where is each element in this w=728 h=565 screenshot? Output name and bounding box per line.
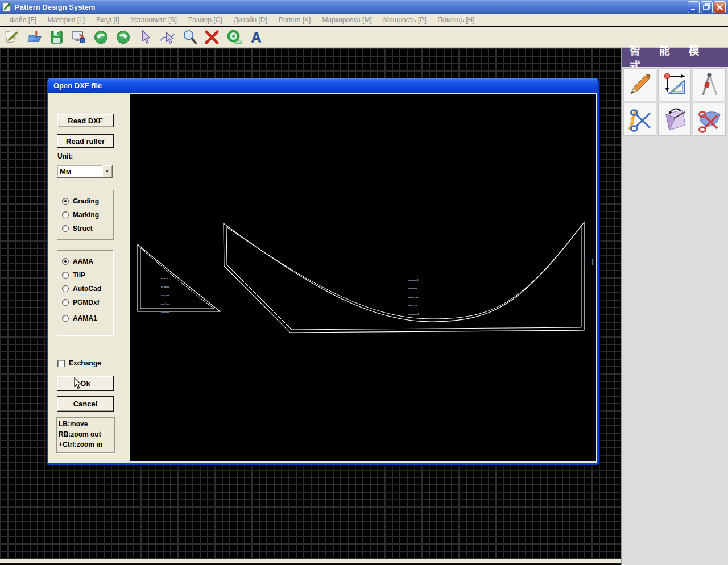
undo-icon[interactable]	[92, 28, 110, 46]
menu-pattern[interactable]: Pattern [K]	[274, 15, 316, 25]
open-file-icon[interactable]	[26, 28, 43, 46]
text-icon[interactable]: A	[247, 28, 265, 46]
status-bar	[0, 559, 621, 564]
radio-autocad[interactable]: AutoCad	[62, 285, 101, 293]
unit-combobox[interactable]: Мм ▼	[57, 165, 113, 178]
radio-button	[62, 258, 69, 265]
mouse-cursor-icon	[74, 377, 82, 390]
smart-mode-header: 智 能 模 式	[622, 48, 728, 67]
ok-button[interactable]: Ok	[57, 376, 114, 391]
chevron-down-icon: ▼	[105, 169, 110, 174]
select-icon[interactable]	[136, 28, 154, 46]
read-dxf-button[interactable]: Read DXF	[57, 114, 114, 127]
exchange-checkbox-row[interactable]: Exchange	[57, 359, 101, 367]
menu-design[interactable]: Дизайн [D]	[229, 15, 272, 25]
piece-label: xx:xxx x 1 xx xxxxx xxxx :x xx xxx 1 x:x…	[408, 273, 419, 321]
application-window: Pattern Design System Файл [F] Материя […	[0, 0, 728, 565]
radio-grading[interactable]: Grading	[62, 197, 99, 205]
minimize-button[interactable]	[688, 1, 700, 13]
close-icon	[715, 3, 724, 11]
close-button[interactable]	[714, 1, 726, 13]
unit-value: Мм	[57, 167, 102, 176]
radio-pgmdxf[interactable]: PGMDxf	[62, 298, 100, 306]
exchange-label: Exchange	[69, 359, 101, 367]
save-icon[interactable]	[48, 28, 65, 46]
delete-icon[interactable]	[203, 28, 221, 46]
radio-aama[interactable]: AAMA	[62, 257, 93, 265]
cancel-button[interactable]: Cancel	[57, 396, 114, 412]
hint-line-2: RB:zoom out	[59, 429, 113, 439]
tool-compass[interactable]	[693, 68, 726, 101]
dialog-titlebar[interactable]: Open DXF file	[48, 78, 597, 93]
pencil-icon	[626, 71, 653, 98]
zoom-icon[interactable]	[181, 28, 198, 46]
menu-material[interactable]: Материя [L]	[43, 15, 90, 25]
window-title: Pattern Design System	[15, 3, 96, 11]
dxf-preview-canvas[interactable]: xx:xx x xx xxxxx xxx x:xx xxx 1 x:x xxxx…	[130, 94, 596, 461]
redo-icon[interactable]	[114, 28, 132, 46]
menu-size[interactable]: Размер [C]	[183, 15, 228, 25]
menubar: Файл [F] Материя [L] Вход [I] Установите…	[0, 14, 728, 26]
minimize-icon	[689, 3, 698, 11]
piece-label: xx:xx x xx xxxxx xxx x:xx xxx 1 x:x xxxx…	[161, 271, 171, 319]
menu-power[interactable]: Мощность [P]	[378, 15, 432, 25]
maximize-button[interactable]	[701, 1, 713, 13]
set-square-icon	[661, 71, 688, 98]
menu-help[interactable]: Помощь [H]	[432, 15, 479, 25]
radio-button	[62, 272, 69, 279]
radio-button	[62, 299, 69, 306]
radio-tiip[interactable]: TIIP	[62, 271, 85, 279]
toolbar: A	[0, 27, 728, 48]
tool-cut-fabric[interactable]	[693, 103, 726, 136]
fold-point-icon	[661, 106, 688, 133]
tool-set-square[interactable]	[658, 68, 691, 101]
tool-curve-scissors[interactable]	[623, 103, 656, 136]
pattern-pieces-drawing	[130, 94, 596, 461]
menu-setup[interactable]: Установите [S]	[125, 15, 181, 25]
radio-marking[interactable]: Marking	[62, 211, 99, 219]
window-titlebar: Pattern Design System	[0, 0, 728, 14]
radio-button	[62, 285, 69, 292]
app-icon	[2, 2, 12, 12]
new-document-icon[interactable]	[3, 28, 21, 46]
hint-line-3: +Ctrl:zoom in	[59, 439, 113, 450]
radio-struct[interactable]: Struct	[62, 225, 93, 232]
select-curve-icon[interactable]	[159, 28, 176, 46]
dialog-title: Open DXF file	[53, 81, 102, 90]
open-dxf-dialog: Open DXF file Read DXF Read ruller Unit:…	[47, 78, 599, 465]
curve-scissors-icon	[626, 106, 653, 133]
mouse-hint-box: LB:move RB:zoom out +Ctrl:zoom in	[56, 417, 115, 453]
radio-button	[62, 198, 69, 205]
menu-file[interactable]: Файл [F]	[5, 15, 42, 25]
radio-button	[62, 211, 69, 218]
hint-line-1: LB:move	[59, 419, 113, 429]
unit-label: Unit:	[57, 152, 73, 160]
combo-dropdown-button[interactable]: ▼	[102, 165, 112, 177]
exchange-checkbox[interactable]	[57, 360, 65, 367]
radio-button	[62, 315, 69, 322]
menu-marking[interactable]: Маркировка [M]	[317, 15, 377, 25]
tool-pencil[interactable]	[623, 68, 656, 101]
export-icon[interactable]	[70, 28, 88, 46]
compass-icon	[696, 71, 723, 98]
edge-label: xxxxx	[592, 259, 594, 265]
svg-text:A: A	[251, 30, 261, 45]
radio-aama1[interactable]: AAMA1	[62, 314, 97, 322]
restore-icon	[702, 3, 711, 11]
tool-fold-point[interactable]	[658, 103, 691, 136]
radio-button	[62, 225, 69, 232]
smart-mode-panel: 智 能 模 式	[621, 48, 728, 565]
menu-input[interactable]: Вход [I]	[91, 15, 124, 25]
cut-fabric-icon	[696, 106, 723, 133]
read-ruler-button[interactable]: Read ruller	[57, 134, 114, 148]
measure-tape-icon[interactable]	[225, 28, 243, 46]
